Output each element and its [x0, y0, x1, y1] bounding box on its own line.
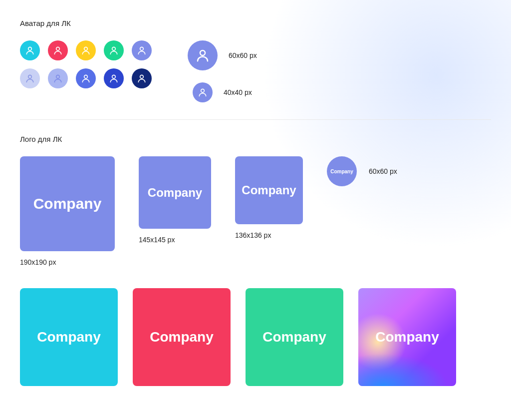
avatar-sample-60: [188, 40, 218, 70]
avatar-sample-40: [193, 82, 213, 102]
logo-sample-145: Company: [139, 156, 211, 229]
svg-point-1: [56, 47, 60, 50]
logo-136-dim: 136x136 px: [235, 231, 303, 239]
person-icon: [25, 45, 35, 55]
person-icon: [53, 73, 63, 83]
logo-145-dim: 145x145 px: [139, 236, 211, 244]
logo-145-label: Company: [148, 186, 202, 200]
svg-point-8: [112, 75, 116, 78]
svg-point-5: [28, 75, 32, 78]
avatar-swatch[interactable]: [48, 68, 68, 88]
person-icon: [53, 45, 63, 55]
logo-variant-label: Company: [150, 329, 214, 345]
logo-190-dim: 190x190 px: [20, 258, 115, 266]
logo-60-dim: 60x60 px: [369, 167, 397, 175]
section-divider: [20, 119, 491, 120]
logo-variant-green: Company: [246, 288, 343, 386]
logo-variant-label: Company: [375, 329, 439, 345]
logo-sample-60: Company: [327, 156, 357, 186]
svg-point-9: [140, 75, 144, 78]
person-icon: [198, 87, 208, 97]
avatar-swatch[interactable]: [20, 68, 40, 88]
svg-point-0: [28, 47, 32, 50]
avatar-swatch-row-2: [20, 68, 152, 88]
avatar-swatch[interactable]: [104, 68, 124, 88]
person-icon: [81, 73, 91, 83]
avatar-section: Аватар для ЛК 60x60 px 40x40 px: [20, 19, 491, 102]
person-icon: [137, 73, 147, 83]
logo-60-label: Company: [330, 169, 353, 174]
avatar-swatch-grid: [20, 40, 152, 88]
logo-190-label: Company: [33, 195, 102, 212]
page: Аватар для ЛК 60x60 px 40x40 px Лого для…: [0, 0, 511, 386]
logo-variant-red: Company: [133, 288, 231, 386]
logo-136-label: Company: [242, 183, 296, 197]
avatar-swatch[interactable]: [76, 68, 96, 88]
logo-sample-190: Company: [20, 156, 115, 251]
avatar-swatch[interactable]: [132, 68, 152, 88]
logo-sample-136: Company: [235, 156, 303, 224]
avatar-swatch[interactable]: [48, 40, 68, 60]
person-icon: [109, 45, 119, 55]
avatar-size-40-label: 40x40 px: [224, 88, 252, 96]
logo-variant-label: Company: [262, 329, 326, 345]
logo-variant-cyan: Company: [20, 288, 118, 386]
person-icon: [137, 45, 147, 55]
avatar-section-title: Аватар для ЛК: [20, 19, 491, 27]
person-icon: [195, 48, 210, 63]
avatar-swatch[interactable]: [76, 40, 96, 60]
svg-point-3: [112, 47, 116, 50]
svg-point-4: [140, 47, 144, 50]
logo-variant-label: Company: [37, 329, 101, 345]
logo-section-title: Лого для ЛК: [20, 135, 491, 143]
svg-point-10: [200, 50, 205, 55]
avatar-size-60-label: 60x60 px: [229, 51, 257, 59]
logo-variant-gradient: Company: [358, 288, 456, 386]
logo-145-block: Company 145x145 px: [139, 156, 211, 244]
svg-point-2: [84, 47, 88, 50]
person-icon: [25, 73, 35, 83]
person-icon: [81, 45, 91, 55]
avatar-swatch-row-1: [20, 40, 152, 60]
person-icon: [109, 73, 119, 83]
logo-variants-row: CompanyCompanyCompanyCompany: [20, 288, 491, 386]
avatar-swatch[interactable]: [20, 40, 40, 60]
logo-190-block: Company 190x190 px: [20, 156, 115, 266]
avatar-swatch[interactable]: [104, 40, 124, 60]
logo-60-block: Company 60x60 px: [327, 156, 397, 186]
avatar-size-examples: 60x60 px 40x40 px: [188, 40, 257, 102]
logo-section: Лого для ЛК Company 190x190 px Company 1…: [20, 135, 491, 386]
svg-point-7: [84, 75, 88, 78]
logo-136-block: Company 136x136 px: [235, 156, 303, 239]
svg-point-11: [201, 89, 205, 92]
avatar-swatch[interactable]: [132, 40, 152, 60]
svg-point-6: [56, 75, 60, 78]
